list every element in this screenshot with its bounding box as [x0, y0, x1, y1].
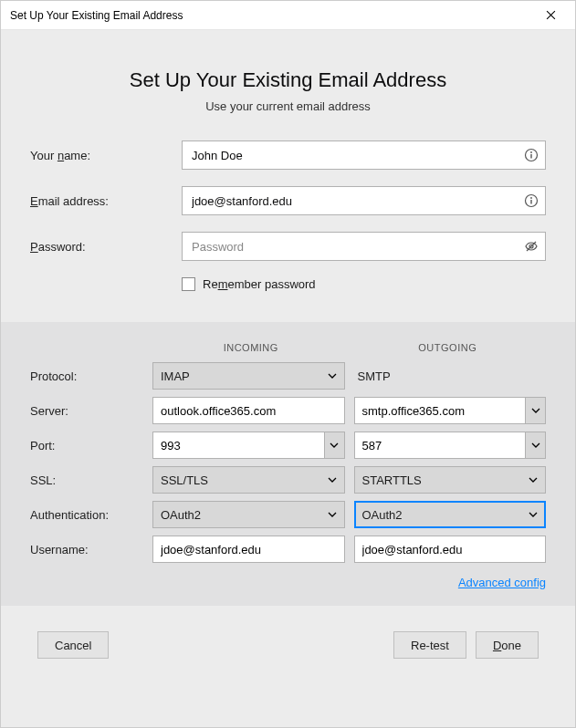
done-button[interactable]: Done: [476, 631, 539, 659]
svg-rect-2: [530, 154, 531, 159]
chevron-down-icon: [531, 406, 540, 415]
remember-password-checkbox[interactable]: [182, 277, 195, 291]
info-icon[interactable]: [524, 193, 539, 208]
outgoing-auth-select[interactable]: OAuth2: [354, 501, 547, 528]
outgoing-username-input[interactable]: [354, 536, 547, 563]
outgoing-server-dropdown-button[interactable]: [525, 398, 545, 423]
chevron-down-icon: [328, 510, 337, 519]
svg-point-1: [530, 151, 532, 153]
titlebar: Set Up Your Existing Email Address: [1, 1, 575, 30]
incoming-server-input[interactable]: [152, 397, 345, 424]
svg-rect-5: [530, 200, 531, 204]
incoming-header: INCOMING: [152, 342, 350, 353]
outgoing-port-dropdown-button[interactable]: [525, 432, 545, 458]
email-label: Email address:: [30, 194, 182, 208]
incoming-auth-select[interactable]: OAuth2: [152, 501, 345, 528]
incoming-port-dropdown-button[interactable]: [324, 432, 344, 458]
chevron-down-icon: [531, 441, 540, 450]
incoming-username-input[interactable]: [152, 536, 345, 563]
username-label: Username:: [30, 543, 143, 556]
remember-password-label: Remember password: [203, 277, 316, 291]
outgoing-port-combo[interactable]: [354, 432, 547, 459]
email-setup-window: Set Up Your Existing Email Address Set U…: [0, 0, 576, 728]
chevron-down-icon: [328, 371, 337, 380]
eye-off-icon[interactable]: [524, 239, 539, 254]
your-name-label: Your name:: [30, 149, 182, 162]
cancel-button[interactable]: Cancel: [37, 631, 109, 659]
chevron-down-icon: [330, 441, 339, 450]
your-name-input[interactable]: [182, 140, 546, 170]
incoming-ssl-select[interactable]: SSL/TLS: [152, 466, 345, 494]
password-label: Password:: [30, 240, 182, 254]
outgoing-server-combo[interactable]: [354, 397, 547, 424]
incoming-protocol-select[interactable]: IMAP: [152, 362, 345, 390]
password-input[interactable]: [182, 232, 546, 261]
outgoing-ssl-select[interactable]: STARTTLS: [354, 466, 547, 494]
port-label: Port:: [30, 439, 143, 452]
page-subheading: Use your current email address: [19, 99, 557, 113]
server-label: Server:: [30, 404, 143, 418]
chevron-down-icon: [328, 475, 337, 484]
outgoing-port-input[interactable]: [355, 432, 526, 458]
close-icon: [546, 10, 556, 20]
retest-button[interactable]: Re-test: [393, 631, 466, 659]
chevron-down-icon: [529, 510, 538, 519]
page-heading: Set Up Your Existing Email Address: [19, 68, 557, 92]
protocol-label: Protocol:: [30, 369, 143, 383]
outgoing-protocol-text: SMTP: [354, 369, 391, 383]
outgoing-server-input[interactable]: [355, 398, 526, 423]
chevron-down-icon: [529, 475, 538, 484]
close-button[interactable]: [529, 2, 571, 29]
auth-label: Authentication:: [30, 508, 143, 522]
ssl-label: SSL:: [30, 473, 143, 487]
advanced-config-link[interactable]: Advanced config: [458, 576, 546, 589]
svg-point-4: [530, 197, 532, 199]
email-input[interactable]: [182, 186, 546, 215]
incoming-port-input[interactable]: [153, 432, 324, 458]
info-icon[interactable]: [524, 148, 539, 162]
window-title: Set Up Your Existing Email Address: [10, 9, 183, 22]
outgoing-header: OUTGOING: [350, 342, 547, 353]
incoming-port-combo[interactable]: [152, 432, 345, 459]
